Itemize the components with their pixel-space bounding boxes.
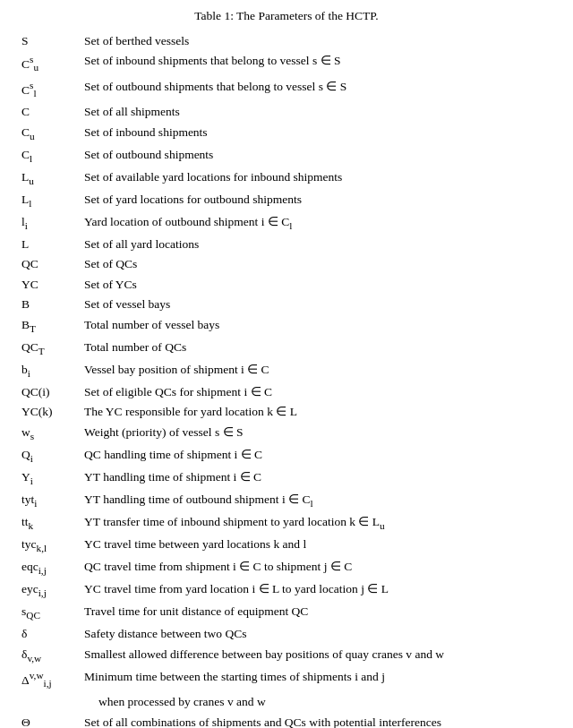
description-cell: Total number of vessel bays — [81, 314, 555, 337]
table-row: tyck,lYC travel time between yard locati… — [18, 535, 555, 557]
description-cell: Set of vessel bays — [81, 295, 555, 315]
description-cell: YT handling time of outbound shipment i … — [81, 490, 555, 512]
description-cell: Set of QCs — [81, 254, 555, 275]
description-cell: Set of outbound shipments — [81, 144, 555, 167]
description-cell: Set of eligible QCs for shipment i ∈ C — [81, 381, 555, 402]
description-cell: YT handling time of shipment i ∈ C — [81, 467, 555, 490]
table-row: LSet of all yard locations — [18, 234, 555, 254]
description-cell: Set of all combinations of shipments and… — [81, 712, 555, 728]
description-cell: Set of inbound shipments that belong to … — [81, 51, 555, 77]
table-row: sQCTravel time for unit distance of equi… — [18, 602, 555, 624]
table-row: CsuSet of inbound shipments that belong … — [18, 51, 555, 77]
table-title: Table 1: The Parameters of the HCTP. — [18, 9, 555, 23]
symbol-cell: bi — [18, 359, 81, 381]
symbol-cell: YC(k) — [18, 402, 81, 423]
symbol-cell: Csu — [18, 51, 81, 77]
description-cell: Safety distance between two QCs — [81, 624, 555, 645]
table-row: CSet of all shipments — [18, 102, 555, 123]
symbol-cell: QCT — [18, 337, 81, 359]
table-row: QC(i)Set of eligible QCs for shipment i … — [18, 381, 555, 402]
description-cell: Set of YCs — [81, 274, 555, 295]
table-row: YCSet of YCs — [18, 274, 555, 295]
table-row: QiQC handling time of shipment i ∈ C — [18, 445, 555, 467]
table-row: eyci,jYC travel time from yard location … — [18, 579, 555, 602]
table-row: δSafety distance between two QCs — [18, 624, 555, 645]
table-row: BSet of vessel bays — [18, 295, 555, 315]
table-row: LuSet of available yard locations for in… — [18, 167, 555, 189]
description-cell: Set of outbound shipments that belong to… — [81, 76, 555, 102]
table-row: when processed by cranes v and w — [18, 692, 555, 713]
description-cell: Smallest allowed difference between bay … — [81, 644, 555, 666]
description-cell: Minimum time between the starting times … — [81, 666, 555, 692]
table-row: ClSet of outbound shipments — [18, 144, 555, 167]
symbol-cell: L — [18, 234, 81, 254]
symbol-cell: ws — [18, 423, 81, 445]
table-row: Δv,wi,jMinimum time between the starting… — [18, 666, 555, 692]
symbol-cell: Csl — [18, 76, 81, 102]
table-row: QCTTotal number of QCs — [18, 337, 555, 359]
symbol-cell: Cu — [18, 122, 81, 144]
description-cell: YC travel time from yard location i ∈ L … — [81, 579, 555, 602]
symbol-cell: tyck,l — [18, 535, 81, 557]
description-cell: QC travel time from shipment i ∈ C to sh… — [81, 557, 555, 579]
symbol-cell: C — [18, 102, 81, 123]
description-cell: Set of all shipments — [81, 102, 555, 123]
symbol-cell: eyci,j — [18, 579, 81, 602]
symbol-cell: BT — [18, 314, 81, 337]
description-cell: QC handling time of shipment i ∈ C — [81, 445, 555, 467]
symbol-cell: δ — [18, 624, 81, 645]
table-row: LlSet of yard locations for outbound shi… — [18, 189, 555, 211]
symbol-cell: δv,w — [18, 644, 81, 666]
table-row: CuSet of inbound shipments — [18, 122, 555, 144]
description-cell: Vessel bay position of shipment i ∈ C — [81, 359, 555, 381]
description-cell: YC travel time between yard locations k … — [81, 535, 555, 557]
table-row: YC(k)The YC responsible for yard locatio… — [18, 402, 555, 423]
symbol-cell: Cl — [18, 144, 81, 167]
symbol-cell: QC — [18, 254, 81, 275]
description-cell: Weight (priority) of vessel s ∈ S — [81, 423, 555, 445]
table-row: YiYT handling time of shipment i ∈ C — [18, 467, 555, 490]
table-row: tytiYT handling time of outbound shipmen… — [18, 490, 555, 512]
table-row: δv,wSmallest allowed difference between … — [18, 644, 555, 666]
table-row: CslSet of outbound shipments that belong… — [18, 76, 555, 102]
table-row: ΘSet of all combinations of shipments an… — [18, 712, 555, 728]
description-cell: Set of inbound shipments — [81, 122, 555, 144]
symbol-cell: YC — [18, 274, 81, 295]
table-row: ttkYT transfer time of inbound shipment … — [18, 512, 555, 535]
symbol-cell: Yi — [18, 467, 81, 490]
symbol-cell: B — [18, 295, 81, 315]
description-cell: Set of yard locations for outbound shipm… — [81, 189, 555, 211]
description-cell: Set of berthed vessels — [81, 30, 555, 51]
table-row: QCSet of QCs — [18, 254, 555, 275]
description-cell: Travel time for unit distance of equipme… — [81, 602, 555, 624]
symbol-cell: Ll — [18, 189, 81, 211]
symbol-cell: Qi — [18, 445, 81, 467]
description-cell: Total number of QCs — [81, 337, 555, 359]
table-row: BTTotal number of vessel bays — [18, 314, 555, 337]
table-row: biVessel bay position of shipment i ∈ C — [18, 359, 555, 381]
table-row: liYard location of outbound shipment i ∈… — [18, 211, 555, 234]
description-cell: YT transfer time of inbound shipment to … — [81, 512, 555, 535]
symbol-cell: li — [18, 211, 81, 234]
description-cell: when processed by cranes v and w — [81, 692, 555, 713]
symbol-cell — [18, 692, 81, 713]
parameters-table: SSet of berthed vesselsCsuSet of inbound… — [18, 30, 555, 728]
symbol-cell: S — [18, 30, 81, 51]
symbol-cell: eqci,j — [18, 557, 81, 579]
symbol-cell: Lu — [18, 167, 81, 189]
symbol-cell: sQC — [18, 602, 81, 624]
symbol-cell: tyti — [18, 490, 81, 512]
table-row: SSet of berthed vessels — [18, 30, 555, 51]
symbol-cell: ttk — [18, 512, 81, 535]
description-cell: Set of all yard locations — [81, 234, 555, 254]
symbol-cell: QC(i) — [18, 381, 81, 402]
description-cell: The YC responsible for yard location k ∈… — [81, 402, 555, 423]
table-row: wsWeight (priority) of vessel s ∈ S — [18, 423, 555, 445]
table-row: eqci,jQC travel time from shipment i ∈ C… — [18, 557, 555, 579]
symbol-cell: Δv,wi,j — [18, 666, 81, 692]
description-cell: Yard location of outbound shipment i ∈ C… — [81, 211, 555, 234]
description-cell: Set of available yard locations for inbo… — [81, 167, 555, 189]
symbol-cell: Θ — [18, 712, 81, 728]
